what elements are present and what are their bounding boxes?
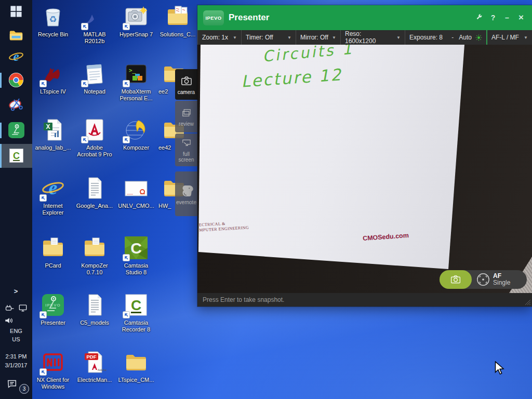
autofocus-icon[interactable] [476,273,490,286]
desktop-icon-acrobat[interactable]: Adobe Acrobat 9 Pro [73,117,116,158]
taskbar-chrome[interactable] [0,72,32,88]
shortcut-arrow-icon [123,23,130,30]
camera-icon [180,74,193,88]
excel-file-icon [41,117,65,142]
chevron-down-icon: ▼ [233,35,237,40]
hypersnap-icon [124,4,149,29]
focus-mode-value: AF-L / MF [491,34,519,41]
settings-wrench-icon[interactable] [474,14,484,22]
chrome-icon [8,72,24,88]
internet-explorer-icon [41,176,65,201]
tray-clock-date[interactable]: 3/1/2017 [0,362,32,369]
desktop-icon-label: LTspice_CM... [114,377,158,383]
ltspice-icon [41,61,65,86]
desktop-icon-label: KompoZer 0.7.10 [73,262,116,276]
shortcut-arrow-icon [123,254,130,261]
tray-expand-chevron[interactable]: > [0,288,32,295]
snapshot-button[interactable] [440,270,472,289]
desktop-icon-kompozer-folder[interactable]: KompoZer 0.7.10 [73,235,116,276]
desktop-icon-matlab[interactable]: MATLAB R2012b [73,4,116,45]
desktop-icon-nx-client[interactable]: NX Client for Windows [31,350,75,390]
evernote-elephant-icon [179,182,194,198]
notification-count-badge: 3 [19,384,29,394]
evernote-tab-button[interactable]: evernote [175,171,197,216]
exposure-auto-button[interactable]: Auto [459,34,472,41]
desktop-icon-label: MobaXterm Personal E... [114,88,158,102]
desktop-icon-label: Notepad [73,88,116,95]
window-titlebar: IPEVO Presenter ? – × [197,5,532,30]
running-indicator-chrome [0,73,2,88]
ipevo-presenter-icon [8,122,25,139]
ipevo-presenter-icon [41,292,65,317]
desktop-icon-mobaxterm[interactable]: MobaXterm Personal E... [114,61,158,102]
shortcut-arrow-icon [81,80,88,87]
review-tab-button[interactable]: review [175,101,197,132]
desktop-icon-google-ana[interactable]: Google_Ana... [73,176,116,209]
acrobat-icon [82,117,107,142]
desktop-icon-camtasia-recorder[interactable]: Camtasia Recorder 8 [114,292,158,333]
help-button[interactable]: ? [488,14,498,22]
taskbar-ipevo-presenter[interactable] [0,122,32,139]
taskbar-file-explorer[interactable] [0,28,32,43]
camtasia-recorder-icon [124,292,149,317]
document-landscape-icon [124,176,149,201]
desktop-icon-label: Kompozer [114,144,158,151]
desktop-icon-label: LTspice IV [31,88,75,95]
zoom-dropdown[interactable]: Zoom: 1x ▼ [197,30,242,45]
desktop-icon-label: NX Client for Windows [31,377,75,390]
mirror-dropdown[interactable]: Mirror: Off ▼ [296,30,341,45]
shortcut-arrow-icon [39,311,47,318]
tray-language-line2[interactable]: US [0,336,32,343]
windows-logo-icon [9,5,23,18]
document-icon [82,176,107,201]
fullscreen-tab-button[interactable]: full screen [175,134,197,166]
running-indicator-presenter [0,123,2,138]
desktop-icon-camtasia-studio[interactable]: Camtasia Studio 8 [114,235,158,276]
exposure-decrease-button[interactable]: - [446,34,459,41]
tray-network-icon[interactable] [7,303,39,313]
camera-live-view: Circuits 1 Lecture 12 ECTRICAL & MPUTER … [197,45,532,293]
tray-volume-icon[interactable] [0,315,25,326]
timer-dropdown[interactable]: Timer: Off ▼ [242,30,296,45]
notepad-icon [82,61,107,86]
taskbar-snipping-tool[interactable] [0,96,32,112]
file-explorer-icon [8,28,24,43]
desktop-icon-pcard[interactable]: PCard [31,235,75,269]
kompozer-icon [124,117,149,142]
desktop-icon-notepad[interactable]: Notepad [73,61,116,95]
camera-tab-button[interactable]: camera [175,69,197,100]
desktop-icon-unlv-cmo[interactable]: UNLV_CMO... [114,176,158,209]
desktop-icon-label: ElectricMan... [73,377,116,383]
minimize-button[interactable]: – [502,14,512,22]
desktop-icon-label: Internet Explorer [31,203,75,216]
tray-clock-time[interactable]: 2:31 PM [0,353,32,360]
focus-mode-dropdown[interactable]: AF-L / MF ▼ [487,30,532,45]
close-button[interactable]: × [516,12,526,23]
desktop-icon-label: analog_lab_... [31,144,75,151]
desktop-icon-ltspice-cm[interactable]: LTspice_CM... [114,350,158,383]
review-icon [180,107,193,119]
mirror-value: Mirror: Off [300,34,328,41]
desktop-icon-recycle-bin[interactable]: Recycle Bin [31,4,75,38]
desktop-icon-kompozer[interactable]: Kompozer [114,117,158,151]
desktop-icon-electricman[interactable]: ElectricMan... [73,350,116,383]
chevron-down-icon: ▼ [287,35,291,40]
desktop-icon-solutions[interactable]: Solutions_C... [156,4,200,38]
resolution-dropdown[interactable]: Reso: 1600x1200 ▼ [341,30,405,45]
desktop-icon-label: UNLV_CMO... [114,203,158,209]
chevron-down-icon: ▼ [524,35,528,40]
start-button[interactable] [0,5,32,18]
taskbar-camtasia[interactable] [0,148,32,164]
desktop-icon-internet-explorer[interactable]: Internet Explorer [31,176,75,216]
taskbar-internet-explorer[interactable] [0,48,32,65]
resize-grip[interactable] [525,299,531,305]
desktop-icon-hypersnap[interactable]: HyperSnap 7 [114,4,158,38]
shortcut-arrow-icon [81,23,88,30]
desktop-icon-ltspice[interactable]: LTspice IV [31,61,75,95]
tray-language-line1[interactable]: ENG [0,327,32,335]
desktop-icon-label: Google_Ana... [73,203,116,209]
desktop-icon-analog-lab[interactable]: analog_lab_... [31,117,75,151]
desktop-icon-c5-models[interactable]: C5_models [73,292,116,326]
camtasia-studio-icon [124,235,149,260]
auto-exposure-sun-icon[interactable] [475,34,482,41]
